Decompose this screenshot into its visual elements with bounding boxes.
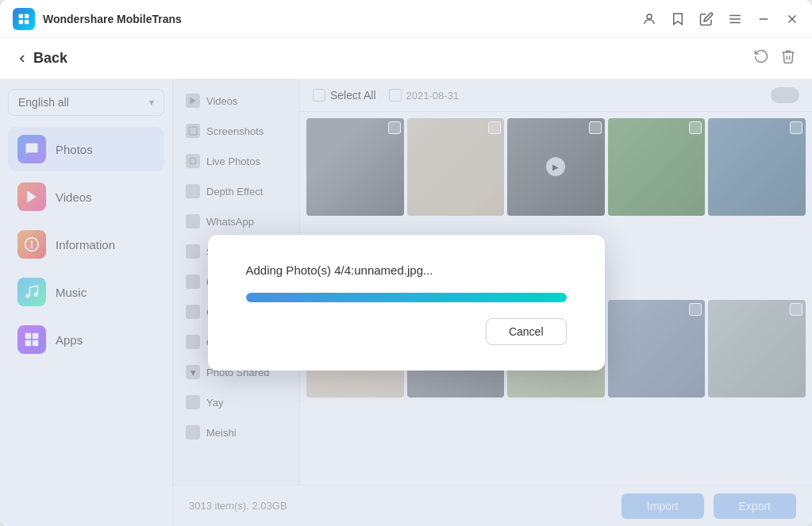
progress-dialog: Adding Photo(s) 4/4:unnamed.jpg... Cance… bbox=[208, 235, 605, 371]
edit-icon[interactable] bbox=[699, 12, 714, 26]
dialog-overlay: Adding Photo(s) 4/4:unnamed.jpg... Cance… bbox=[0, 79, 812, 526]
dialog-message: Adding Photo(s) 4/4:unnamed.jpg... bbox=[246, 263, 433, 277]
svg-rect-3 bbox=[25, 19, 29, 23]
bookmark-icon[interactable] bbox=[671, 12, 685, 26]
app-title: Wondershare MobileTrans bbox=[43, 13, 182, 25]
svg-rect-2 bbox=[19, 19, 23, 23]
dialog-actions: Cancel bbox=[246, 318, 567, 345]
title-bar: Wondershare MobileTrans bbox=[0, 0, 812, 38]
title-bar-controls bbox=[642, 12, 799, 26]
svg-rect-1 bbox=[25, 13, 29, 17]
title-bar-left: Wondershare MobileTrans bbox=[13, 8, 642, 30]
delete-icon[interactable] bbox=[780, 48, 796, 68]
sub-header: Back bbox=[0, 38, 812, 79]
progress-bar-fill bbox=[246, 293, 567, 302]
cancel-button[interactable]: Cancel bbox=[486, 318, 567, 345]
account-icon[interactable] bbox=[642, 12, 656, 26]
back-label: Back bbox=[33, 50, 67, 67]
app-window: Wondershare MobileTrans bbox=[0, 0, 812, 526]
svg-rect-0 bbox=[19, 13, 23, 17]
menu-icon[interactable] bbox=[728, 12, 742, 26]
restore-icon[interactable] bbox=[753, 48, 769, 68]
svg-point-4 bbox=[647, 14, 652, 19]
back-button[interactable]: Back bbox=[16, 50, 67, 67]
close-icon[interactable] bbox=[785, 12, 799, 26]
main-content: English all ▾ Photos Videos bbox=[0, 79, 812, 526]
sub-header-actions bbox=[753, 48, 796, 68]
minimize-icon[interactable] bbox=[756, 12, 771, 26]
app-icon bbox=[13, 8, 35, 30]
progress-bar-background bbox=[246, 293, 567, 302]
